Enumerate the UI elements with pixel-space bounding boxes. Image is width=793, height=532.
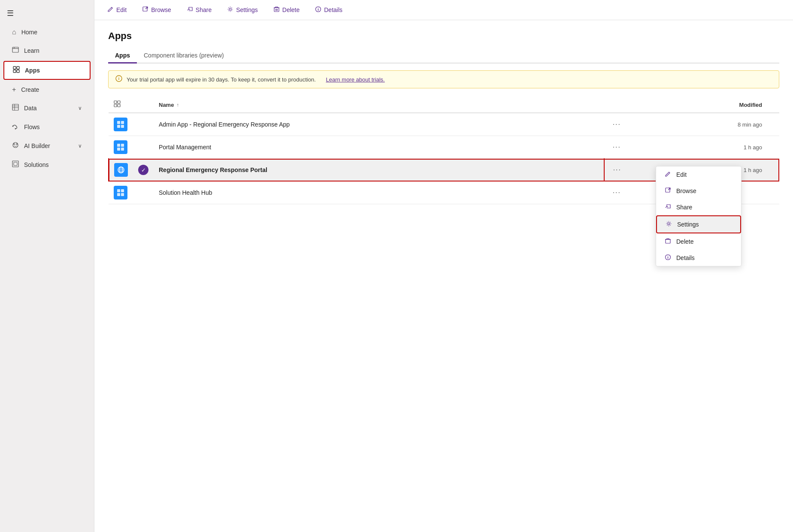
svg-rect-42 [117,189,120,192]
settings-icon [666,221,672,228]
sidebar: ☰ ⌂ Home Learn Apps + Create [0,0,94,532]
app-name: Solution Health Hub [159,189,212,196]
context-menu-edit-label: Edit [676,171,687,178]
sidebar-item-label: Learn [24,47,39,54]
tab-apps[interactable]: Apps [108,48,137,63]
context-menu-share[interactable]: Share [656,199,741,215]
settings-button[interactable]: Settings [224,4,260,15]
context-menu-browse-label: Browse [676,187,696,194]
svg-rect-27 [114,104,117,107]
sidebar-item-label: Home [21,29,37,36]
details-label: Details [324,6,342,13]
column-select-icon [114,101,121,109]
svg-rect-18 [143,7,147,11]
more-options-button[interactable]: ··· [610,165,625,175]
delete-icon [665,238,671,245]
sidebar-item-create[interactable]: + Create [3,82,91,98]
table-row[interactable]: Admin App - Regional Emergency Response … [109,113,779,136]
content-area: Apps Apps Component libraries (preview) … [94,20,793,532]
svg-rect-4 [17,66,19,69]
svg-rect-46 [666,188,670,192]
svg-point-13 [13,142,18,148]
app-icon [114,118,127,131]
svg-point-50 [668,256,669,257]
context-menu-details[interactable]: Details [656,250,741,266]
context-menu-details-label: Details [676,254,695,261]
col-modified-label: Modified [630,97,779,113]
more-options-button[interactable]: ··· [609,142,624,152]
app-name: Regional Emergency Response Portal [159,166,267,173]
home-icon: ⌂ [12,28,16,36]
tab-component-libraries[interactable]: Component libraries (preview) [137,48,231,63]
notice-text: Your trial portal app will expire in 30 … [127,76,316,83]
delete-button[interactable]: Delete [271,4,302,15]
edit-label: Edit [116,6,127,13]
sidebar-item-label: Data [24,105,37,112]
tabs-bar: Apps Component libraries (preview) [108,48,779,63]
context-menu-edit[interactable]: Edit [656,166,741,183]
app-name: Portal Management [159,144,211,151]
details-button[interactable]: Details [312,4,345,15]
share-icon [187,6,193,14]
sidebar-item-apps[interactable]: Apps [3,61,91,80]
svg-point-24 [118,77,119,78]
chevron-down-icon: ∨ [78,105,82,111]
sidebar-item-label: Create [21,86,39,93]
modified-time: 1 h ago [744,144,762,151]
sidebar-item-label: Flows [24,124,40,130]
share-button[interactable]: Share [184,4,214,15]
settings-label: Settings [236,6,258,13]
hamburger-menu[interactable]: ☰ [0,3,94,23]
svg-point-22 [318,8,319,9]
more-options-button[interactable]: ··· [609,120,624,129]
svg-rect-33 [117,144,120,147]
info-icon [115,75,122,84]
svg-rect-17 [14,162,17,166]
svg-rect-44 [117,193,120,196]
svg-rect-48 [666,239,670,243]
notice-banner: Your trial portal app will expire in 30 … [108,70,779,88]
app-icon [114,140,127,154]
delete-icon [273,6,280,14]
edit-button[interactable]: Edit [105,4,129,15]
context-menu-settings[interactable]: Settings [656,215,741,233]
svg-rect-36 [121,148,124,151]
browse-icon [142,6,148,14]
details-icon [665,254,671,262]
svg-rect-43 [121,189,124,192]
edit-icon [107,6,114,14]
details-icon [315,6,321,14]
selected-checkmark: ✓ [138,165,148,175]
context-menu-settings-label: Settings [677,221,699,228]
sidebar-item-ai-builder[interactable]: AI Builder ∨ [3,137,91,154]
modified-time: 1 h ago [744,167,762,173]
context-menu-delete-label: Delete [676,238,693,245]
context-menu-share-label: Share [676,204,692,211]
delete-label: Delete [282,6,300,13]
sidebar-item-label: Solutions [24,161,49,168]
more-options-button[interactable]: ··· [609,188,624,197]
svg-rect-6 [17,70,19,73]
learn-icon [12,46,19,55]
context-menu: Edit Browse [656,166,742,266]
svg-rect-35 [117,148,120,151]
sidebar-item-label: AI Builder [24,142,50,149]
sidebar-item-solutions[interactable]: Solutions [3,156,91,173]
sort-icon: ↑ [176,102,179,107]
main-content: Edit Browse Share [94,0,793,532]
table-row[interactable]: Portal Management ··· 1 h ago [109,136,779,159]
sidebar-item-data[interactable]: Data ∨ [3,100,91,117]
svg-point-47 [668,223,670,225]
create-icon: + [12,86,16,94]
sidebar-item-flows[interactable]: Flows [3,118,91,136]
browse-button[interactable]: Browse [139,4,174,15]
svg-point-11 [12,126,14,127]
svg-rect-30 [121,121,124,124]
notice-link[interactable]: Learn more about trials. [326,76,384,83]
ai-builder-icon [12,142,19,150]
sidebar-item-learn[interactable]: Learn [3,42,91,59]
context-menu-browse[interactable]: Browse [656,183,741,199]
sidebar-item-home[interactable]: ⌂ Home [3,24,91,40]
svg-rect-25 [114,101,117,103]
context-menu-delete[interactable]: Delete [656,233,741,250]
